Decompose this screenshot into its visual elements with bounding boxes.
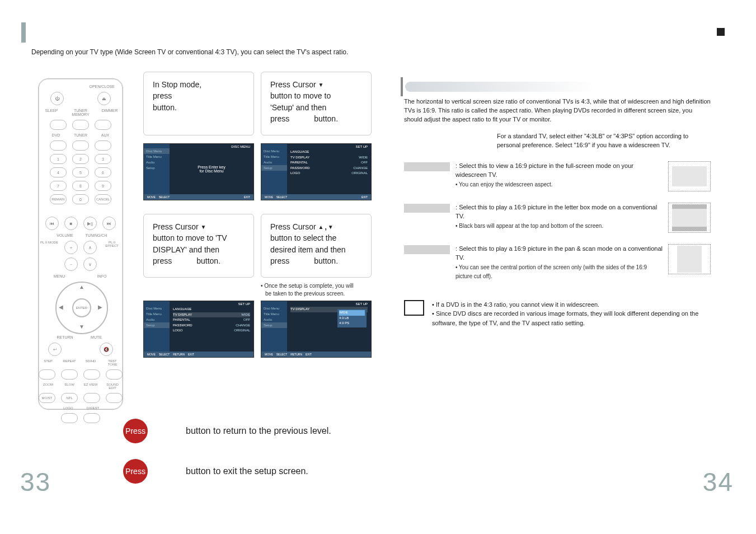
ch-up-icon: ∧ xyxy=(83,241,97,254)
note-icon xyxy=(404,300,424,316)
screen-menu-k: LOGO xyxy=(173,328,182,334)
screen-side-item: Setup xyxy=(261,322,287,328)
step-4-text: press xyxy=(270,256,289,265)
remote-num-button: 9 xyxy=(95,181,111,191)
remote-button xyxy=(83,393,100,403)
remote-button xyxy=(39,369,55,380)
screen-bottom: EXIT xyxy=(361,195,368,199)
aspect-ratio-hint: For a standard TV, select either "4:3LB"… xyxy=(497,132,711,150)
screen-menu-v: WIDE xyxy=(241,312,250,318)
step-3-text: button. xyxy=(196,256,220,265)
screen-side-item: Setup xyxy=(144,165,170,171)
step-4-text: button. xyxy=(314,256,338,265)
vol-plus-icon: ＋ xyxy=(64,241,78,254)
bottom-instructions: Press button to return to the previous l… xyxy=(123,419,381,499)
remote-num-button: 6 xyxy=(95,167,111,177)
remote-num-button: 1 xyxy=(50,154,67,164)
remote-pl2mode-label: PL II MODE xyxy=(40,241,59,254)
step-1-text: press xyxy=(153,91,172,100)
remote-button xyxy=(106,369,123,380)
screen-menu-k: PARENTAL xyxy=(290,160,308,166)
screen-center-msg: for Disc Menu xyxy=(199,169,223,173)
option-swatch xyxy=(404,204,450,213)
screen-menu-v: CHANGE xyxy=(353,166,368,171)
remote-most-button: MO/ST xyxy=(39,393,55,403)
screen-step-4: SET UP Disc Menu Title Menu Audio Setup … xyxy=(261,301,372,358)
step-3-text: button to move to 'TV xyxy=(153,233,227,242)
screen-bottom: RETURN xyxy=(290,353,302,356)
remote-button xyxy=(72,120,89,130)
screen-bottom: MOVE xyxy=(265,353,273,356)
remote-tuner-label: TUNER xyxy=(71,133,90,137)
remote-num-button: 8 xyxy=(72,181,89,191)
screen-bottom: MOVE xyxy=(147,195,156,199)
step-2-card: Press Cursor ▼ button to move to 'Setup'… xyxy=(261,72,372,135)
remote-button xyxy=(50,120,67,130)
remote-num-button: 4 xyxy=(50,167,67,177)
remote-enter-button: ENTER xyxy=(72,298,91,317)
header-marker-right xyxy=(717,28,725,36)
option-desc: Select this to view a 16:9 picture in th… xyxy=(456,162,633,179)
screen-bottom: SELECT xyxy=(159,353,170,356)
steps-area: In Stop mode, press button. Press Cursor… xyxy=(143,72,372,361)
thumb-letterbox xyxy=(668,203,711,233)
remote-dimmer-label: DIMMER xyxy=(100,109,119,116)
screen-menu-k: PASSWORD xyxy=(173,323,192,329)
remote-dvd-label: DVD xyxy=(46,133,65,137)
remote-aux-label: AUX xyxy=(96,133,115,137)
remote-tunermem-label: TUNER MEMORY xyxy=(67,109,95,116)
page-number-right: 34 xyxy=(703,467,734,497)
option-swatch xyxy=(404,162,450,171)
screen-side-item: Disc Menu xyxy=(144,148,170,154)
screen-bottom: SELECT xyxy=(276,353,287,356)
screen-side-item: Title Menu xyxy=(261,154,287,160)
option-panscan: : Select this to play a 16:9 picture in … xyxy=(404,244,711,281)
screen-popup: WIDE 4:3 LB 4:3 PS xyxy=(337,309,367,327)
remote-pl2effect-label: PL II EFFECT xyxy=(102,241,121,254)
step-3-text: DISPLAY' and then xyxy=(153,245,219,254)
play-pause-icon: ▶|| xyxy=(83,217,97,230)
screen-side-item: Disc Menu xyxy=(261,148,287,154)
remote-button xyxy=(95,140,111,151)
eject-icon: ⏏ xyxy=(97,92,111,105)
screen-menu-k: PASSWORD xyxy=(290,166,310,171)
option-swatch xyxy=(404,245,450,254)
arrow-left-icon: ◀ xyxy=(59,304,63,310)
remote-num-button: 5 xyxy=(72,167,89,177)
page-number-left: 33 xyxy=(20,467,51,497)
remote-step-label: STEP xyxy=(40,359,56,366)
thumb-panscan xyxy=(668,244,711,274)
press-badge: Press xyxy=(123,419,148,443)
screen-bottom: SELECT xyxy=(276,195,287,199)
step-2-text: button to move to xyxy=(270,91,331,100)
step-2-text: 'Setup' and then xyxy=(270,103,326,112)
screen-bottom: SELECT xyxy=(159,195,170,199)
remote-button xyxy=(61,413,78,423)
heading-shape xyxy=(405,82,595,92)
screen-menu-k: LANGUAGE xyxy=(290,149,309,155)
remote-sleep-label: SLEEP xyxy=(42,109,61,116)
power-icon: ⏻ xyxy=(50,92,64,105)
remote-button xyxy=(95,120,111,130)
screen-popup-item: WIDE xyxy=(339,310,365,316)
screen-menu-v: OFF xyxy=(361,160,368,166)
arrow-down-icon: ▼ xyxy=(328,223,334,232)
screen-popup-item: 4:3 LB xyxy=(339,316,349,320)
remote-repeat-label: REPEAT xyxy=(62,359,77,366)
step-4-text: Press Cursor xyxy=(270,222,316,231)
step-2-text: button. xyxy=(314,114,338,123)
accent-bar xyxy=(401,77,403,96)
remote-volume-label: VOLUME xyxy=(52,233,78,237)
step-1-text: button. xyxy=(153,103,177,112)
ch-down-icon: ∨ xyxy=(83,257,97,271)
screen-menu-k: TV DISPLAY xyxy=(290,307,309,312)
intro-text: Depending on your TV type (Wide Screen T… xyxy=(31,48,348,56)
screen-side-item: Setup xyxy=(261,165,287,171)
remote-num-button: 0 xyxy=(72,194,89,204)
screen-side-item: Title Menu xyxy=(144,154,170,160)
screen-menu-v: ORIGINAL xyxy=(234,328,250,334)
screen-menu-v: OFF xyxy=(243,317,250,323)
remote-ezview-label: EZ VIEW xyxy=(83,383,98,390)
screen-bottom: RETURN xyxy=(173,353,185,356)
note-block: If a DVD is in the 4:3 ratio, you cannot… xyxy=(404,300,711,328)
